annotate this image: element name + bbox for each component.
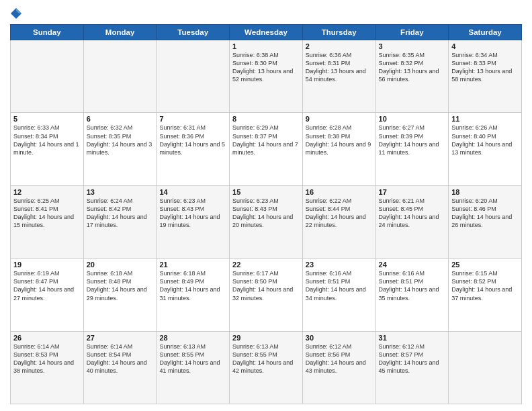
day-info: Sunrise: 6:25 AMSunset: 8:41 PMDaylight:…	[13, 197, 81, 230]
calendar-day-24: 24Sunrise: 6:16 AMSunset: 8:51 PMDayligh…	[375, 259, 449, 331]
calendar-day-20: 20Sunrise: 6:18 AMSunset: 8:48 PMDayligh…	[83, 259, 157, 331]
day-number: 14	[159, 188, 226, 196]
day-info: Sunrise: 6:18 AMSunset: 8:48 PMDaylight:…	[87, 269, 154, 302]
day-info: Sunrise: 6:24 AMSunset: 8:42 PMDaylight:…	[87, 197, 154, 230]
calendar-day-30: 30Sunrise: 6:12 AMSunset: 8:56 PMDayligh…	[302, 331, 375, 404]
calendar-day-11: 11Sunrise: 6:26 AMSunset: 8:40 PMDayligh…	[449, 113, 522, 185]
calendar-day-28: 28Sunrise: 6:13 AMSunset: 8:55 PMDayligh…	[157, 331, 230, 404]
calendar-day-22: 22Sunrise: 6:17 AMSunset: 8:50 PMDayligh…	[230, 259, 303, 331]
day-info: Sunrise: 6:21 AMSunset: 8:45 PMDaylight:…	[379, 197, 446, 230]
calendar-week-row: 12Sunrise: 6:25 AMSunset: 8:41 PMDayligh…	[11, 185, 522, 258]
day-info: Sunrise: 6:23 AMSunset: 8:43 PMDaylight:…	[159, 197, 226, 230]
day-number: 13	[87, 188, 154, 196]
day-info: Sunrise: 6:27 AMSunset: 8:39 PMDaylight:…	[379, 124, 446, 156]
header	[10, 7, 522, 19]
day-number: 12	[13, 188, 81, 196]
weekday-header-wednesday: Wednesday	[230, 25, 303, 40]
calendar-day-25: 25Sunrise: 6:15 AMSunset: 8:52 PMDayligh…	[449, 259, 522, 331]
calendar-day-10: 10Sunrise: 6:27 AMSunset: 8:39 PMDayligh…	[375, 113, 449, 185]
page: SundayMondayTuesdayWednesdayThursdayFrid…	[0, 0, 532, 411]
calendar-day-14: 14Sunrise: 6:23 AMSunset: 8:43 PMDayligh…	[157, 185, 230, 258]
day-info: Sunrise: 6:17 AMSunset: 8:50 PMDaylight:…	[232, 269, 300, 302]
logo	[10, 7, 24, 19]
calendar-empty-cell	[449, 331, 522, 404]
day-info: Sunrise: 6:12 AMSunset: 8:56 PMDaylight:…	[306, 342, 373, 375]
day-number: 6	[87, 115, 154, 123]
calendar-day-31: 31Sunrise: 6:12 AMSunset: 8:57 PMDayligh…	[375, 331, 449, 404]
weekday-header-saturday: Saturday	[449, 25, 522, 40]
day-info: Sunrise: 6:29 AMSunset: 8:37 PMDaylight:…	[232, 124, 300, 156]
calendar-day-17: 17Sunrise: 6:21 AMSunset: 8:45 PMDayligh…	[375, 185, 449, 258]
day-info: Sunrise: 6:13 AMSunset: 8:55 PMDaylight:…	[159, 342, 226, 375]
day-number: 27	[87, 334, 154, 342]
day-number: 26	[13, 334, 81, 342]
calendar-day-7: 7Sunrise: 6:31 AMSunset: 8:36 PMDaylight…	[157, 113, 230, 185]
day-info: Sunrise: 6:20 AMSunset: 8:46 PMDaylight:…	[451, 197, 519, 230]
calendar-empty-cell	[11, 40, 84, 113]
day-info: Sunrise: 6:12 AMSunset: 8:57 PMDaylight:…	[379, 342, 446, 375]
day-info: Sunrise: 6:14 AMSunset: 8:53 PMDaylight:…	[13, 342, 81, 375]
calendar-day-18: 18Sunrise: 6:20 AMSunset: 8:46 PMDayligh…	[449, 185, 522, 258]
day-info: Sunrise: 6:32 AMSunset: 8:35 PMDaylight:…	[87, 124, 154, 156]
day-number: 22	[232, 261, 300, 269]
day-info: Sunrise: 6:15 AMSunset: 8:52 PMDaylight:…	[451, 269, 519, 302]
day-number: 19	[13, 261, 81, 269]
day-number: 24	[379, 261, 446, 269]
day-info: Sunrise: 6:14 AMSunset: 8:54 PMDaylight:…	[87, 342, 154, 375]
day-number: 28	[159, 334, 226, 342]
calendar-day-1: 1Sunrise: 6:38 AMSunset: 8:30 PMDaylight…	[230, 40, 303, 113]
generalblue-logo-icon	[10, 7, 22, 19]
day-info: Sunrise: 6:38 AMSunset: 8:30 PMDaylight:…	[232, 51, 300, 84]
day-info: Sunrise: 6:16 AMSunset: 8:51 PMDaylight:…	[379, 269, 446, 302]
calendar-day-16: 16Sunrise: 6:22 AMSunset: 8:44 PMDayligh…	[302, 185, 375, 258]
calendar-day-3: 3Sunrise: 6:35 AMSunset: 8:32 PMDaylight…	[375, 40, 449, 113]
weekday-header-sunday: Sunday	[11, 25, 84, 40]
calendar-day-15: 15Sunrise: 6:23 AMSunset: 8:43 PMDayligh…	[230, 185, 303, 258]
calendar-day-5: 5Sunrise: 6:33 AMSunset: 8:34 PMDaylight…	[11, 113, 84, 185]
day-info: Sunrise: 6:36 AMSunset: 8:31 PMDaylight:…	[306, 51, 373, 84]
calendar-week-row: 19Sunrise: 6:19 AMSunset: 8:47 PMDayligh…	[11, 259, 522, 331]
day-number: 23	[306, 261, 373, 269]
weekday-header-row: SundayMondayTuesdayWednesdayThursdayFrid…	[11, 25, 522, 40]
day-number: 11	[451, 115, 519, 123]
day-info: Sunrise: 6:22 AMSunset: 8:44 PMDaylight:…	[306, 197, 373, 230]
day-number: 9	[306, 115, 373, 123]
day-number: 1	[232, 42, 300, 50]
calendar-empty-cell	[83, 40, 157, 113]
day-number: 4	[451, 42, 519, 50]
calendar-day-29: 29Sunrise: 6:13 AMSunset: 8:55 PMDayligh…	[230, 331, 303, 404]
day-number: 15	[232, 188, 300, 196]
day-number: 8	[232, 115, 300, 123]
day-number: 16	[306, 188, 373, 196]
day-number: 2	[306, 42, 373, 50]
day-number: 7	[159, 115, 226, 123]
day-info: Sunrise: 6:23 AMSunset: 8:43 PMDaylight:…	[232, 197, 300, 230]
day-info: Sunrise: 6:33 AMSunset: 8:34 PMDaylight:…	[13, 124, 81, 156]
weekday-header-thursday: Thursday	[302, 25, 375, 40]
calendar-week-row: 5Sunrise: 6:33 AMSunset: 8:34 PMDaylight…	[11, 113, 522, 185]
calendar-day-26: 26Sunrise: 6:14 AMSunset: 8:53 PMDayligh…	[11, 331, 84, 404]
day-info: Sunrise: 6:16 AMSunset: 8:51 PMDaylight:…	[306, 269, 373, 302]
weekday-header-friday: Friday	[375, 25, 449, 40]
calendar-table: SundayMondayTuesdayWednesdayThursdayFrid…	[10, 24, 522, 404]
day-number: 17	[379, 188, 446, 196]
calendar-day-9: 9Sunrise: 6:28 AMSunset: 8:38 PMDaylight…	[302, 113, 375, 185]
calendar-day-19: 19Sunrise: 6:19 AMSunset: 8:47 PMDayligh…	[11, 259, 84, 331]
day-number: 20	[87, 261, 154, 269]
day-number: 3	[379, 42, 446, 50]
weekday-header-tuesday: Tuesday	[157, 25, 230, 40]
day-info: Sunrise: 6:34 AMSunset: 8:33 PMDaylight:…	[451, 51, 519, 84]
day-number: 29	[232, 334, 300, 342]
calendar-week-row: 1Sunrise: 6:38 AMSunset: 8:30 PMDaylight…	[11, 40, 522, 113]
day-number: 30	[306, 334, 373, 342]
calendar-day-6: 6Sunrise: 6:32 AMSunset: 8:35 PMDaylight…	[83, 113, 157, 185]
day-info: Sunrise: 6:31 AMSunset: 8:36 PMDaylight:…	[159, 124, 226, 156]
calendar-day-12: 12Sunrise: 6:25 AMSunset: 8:41 PMDayligh…	[11, 185, 84, 258]
day-info: Sunrise: 6:28 AMSunset: 8:38 PMDaylight:…	[306, 124, 373, 156]
day-number: 21	[159, 261, 226, 269]
calendar-day-21: 21Sunrise: 6:18 AMSunset: 8:49 PMDayligh…	[157, 259, 230, 331]
day-number: 25	[451, 261, 519, 269]
calendar-day-13: 13Sunrise: 6:24 AMSunset: 8:42 PMDayligh…	[83, 185, 157, 258]
day-info: Sunrise: 6:26 AMSunset: 8:40 PMDaylight:…	[451, 124, 519, 156]
day-info: Sunrise: 6:35 AMSunset: 8:32 PMDaylight:…	[379, 51, 446, 84]
